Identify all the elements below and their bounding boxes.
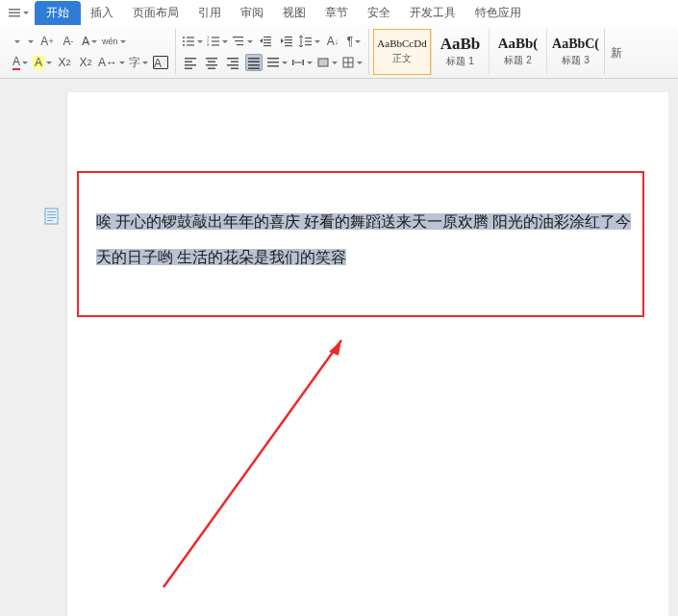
- change-case-button[interactable]: A̵: [81, 33, 98, 50]
- align-justify-button[interactable]: [245, 54, 263, 71]
- align-center-button[interactable]: [203, 54, 220, 71]
- svg-rect-37: [206, 64, 217, 66]
- bullets-button[interactable]: [182, 33, 203, 50]
- svg-rect-44: [248, 62, 260, 63]
- svg-rect-14: [212, 44, 219, 45]
- outline-gutter: [0, 79, 67, 616]
- svg-rect-32: [185, 62, 192, 63]
- selected-text[interactable]: 唉 开心的锣鼓敲出年年的喜庆 好看的舞蹈送来天一原欢腾 阳光的油彩涂红了今天的日…: [96, 213, 631, 265]
- menu-special[interactable]: 特色应用: [465, 1, 531, 25]
- highlight-button[interactable]: A: [33, 54, 52, 71]
- svg-rect-18: [264, 37, 271, 37]
- svg-rect-30: [305, 44, 312, 45]
- menu-sections[interactable]: 章节: [315, 1, 358, 25]
- svg-rect-34: [185, 68, 192, 70]
- svg-line-62: [163, 340, 341, 587]
- menu-security[interactable]: 安全: [358, 1, 400, 25]
- phonetic-guide-button[interactable]: wén: [102, 33, 126, 50]
- svg-rect-10: [212, 37, 219, 37]
- menu-references[interactable]: 引用: [188, 1, 231, 25]
- svg-rect-60: [47, 217, 56, 218]
- svg-rect-33: [185, 64, 196, 66]
- svg-rect-31: [185, 58, 196, 60]
- svg-rect-21: [264, 45, 271, 46]
- svg-rect-42: [231, 68, 239, 70]
- style-label: 标题 2: [504, 54, 531, 67]
- sort-button[interactable]: A↓: [324, 33, 341, 50]
- svg-rect-45: [248, 64, 260, 66]
- svg-rect-20: [264, 42, 271, 43]
- decrease-indent-button[interactable]: [257, 33, 274, 50]
- clear-format-button[interactable]: A: [152, 54, 169, 71]
- char-border-button[interactable]: 字: [129, 54, 148, 71]
- style-heading1[interactable]: AaBb 标题 1: [431, 29, 489, 75]
- shading-button[interactable]: [316, 54, 338, 71]
- style-preview: AaBbCcDd: [377, 38, 426, 49]
- page-content[interactable]: 唉 开心的锣鼓敲出年年的喜庆 好看的舞蹈送来天一原欢腾 阳光的油彩涂红了今天的日…: [67, 92, 668, 275]
- font-color-button[interactable]: A: [12, 54, 29, 71]
- svg-rect-53: [318, 59, 328, 66]
- ribbon: A+ A- A̵ wén A A X2 X2 A↔ 字 A 123 A↓ ¶: [0, 25, 678, 79]
- style-preview: AaBbC(: [552, 37, 599, 51]
- svg-point-3: [183, 37, 185, 38]
- svg-rect-58: [47, 211, 56, 212]
- svg-rect-57: [45, 209, 58, 224]
- svg-rect-24: [285, 39, 292, 40]
- font-size-dropdown[interactable]: [25, 33, 35, 50]
- superscript-button[interactable]: X2: [56, 54, 73, 71]
- show-marks-button[interactable]: ¶: [345, 33, 363, 50]
- svg-text:3: 3: [207, 42, 210, 47]
- svg-rect-17: [237, 44, 243, 45]
- style-label: 正文: [392, 52, 412, 65]
- styles-group: AaBbCcDd 正文 AaBb 标题 1 AaBb( 标题 2 AaBbC( …: [373, 29, 605, 75]
- svg-rect-52: [294, 62, 302, 63]
- styles-more[interactable]: 新: [605, 45, 628, 62]
- document-icon: [44, 208, 60, 229]
- menu-developer[interactable]: 开发工具: [400, 1, 465, 25]
- svg-rect-38: [208, 68, 215, 70]
- menu-bar: 开始 插入 页面布局 引用 审阅 视图 章节 安全 开发工具 特色应用: [0, 0, 678, 25]
- paragraph-group: 123 A↓ ¶: [176, 29, 369, 75]
- numbering-button[interactable]: 123: [207, 33, 228, 50]
- svg-rect-36: [208, 62, 215, 63]
- char-scaling-button[interactable]: A↔: [98, 54, 125, 71]
- menu-view[interactable]: 视图: [273, 1, 315, 25]
- menu-review[interactable]: 审阅: [231, 1, 273, 25]
- workspace: 唉 开心的锣鼓敲出年年的喜庆 好看的舞蹈送来天一原欢腾 阳光的油彩涂红了今天的日…: [0, 79, 678, 616]
- menu-dropdown[interactable]: [8, 4, 29, 21]
- svg-rect-41: [227, 64, 239, 66]
- document-page[interactable]: 唉 开心的锣鼓敲出年年的喜庆 好看的舞蹈送来天一原欢腾 阳光的油彩涂红了今天的日…: [67, 92, 668, 616]
- svg-rect-50: [292, 60, 294, 65]
- svg-rect-19: [264, 39, 271, 40]
- line-spacing-button[interactable]: [299, 33, 320, 50]
- svg-rect-48: [267, 62, 279, 63]
- svg-rect-59: [47, 214, 56, 215]
- grow-font-button[interactable]: A+: [38, 33, 56, 50]
- borders-button[interactable]: [341, 54, 363, 71]
- svg-rect-1: [9, 12, 20, 14]
- style-normal[interactable]: AaBbCcDd 正文: [373, 29, 431, 75]
- menu-insert[interactable]: 插入: [81, 1, 123, 25]
- align-distribute-button[interactable]: [266, 54, 288, 71]
- style-heading2[interactable]: AaBb( 标题 2: [489, 29, 546, 75]
- align-left-button[interactable]: [182, 54, 199, 71]
- increase-indent-button[interactable]: [278, 33, 295, 50]
- svg-rect-35: [206, 58, 217, 60]
- svg-rect-4: [187, 37, 194, 37]
- style-heading3[interactable]: AaBbC( 标题 3: [546, 29, 604, 75]
- multilevel-list-button[interactable]: [232, 33, 253, 50]
- menu-start[interactable]: 开始: [35, 1, 81, 25]
- style-label: 标题 3: [562, 54, 589, 67]
- font-group: A+ A- A̵ wén A A X2 X2 A↔ 字 A: [6, 29, 176, 75]
- tab-stops-button[interactable]: [291, 54, 313, 71]
- svg-rect-2: [9, 15, 20, 17]
- svg-rect-51: [303, 60, 305, 65]
- font-name-dropdown[interactable]: [12, 33, 21, 50]
- align-right-button[interactable]: [224, 54, 241, 71]
- shrink-font-button[interactable]: A-: [60, 33, 77, 50]
- svg-rect-47: [267, 58, 279, 60]
- subscript-button[interactable]: X2: [77, 54, 94, 71]
- svg-rect-16: [235, 40, 243, 41]
- svg-rect-39: [227, 58, 239, 60]
- menu-pagelayout[interactable]: 页面布局: [123, 1, 188, 25]
